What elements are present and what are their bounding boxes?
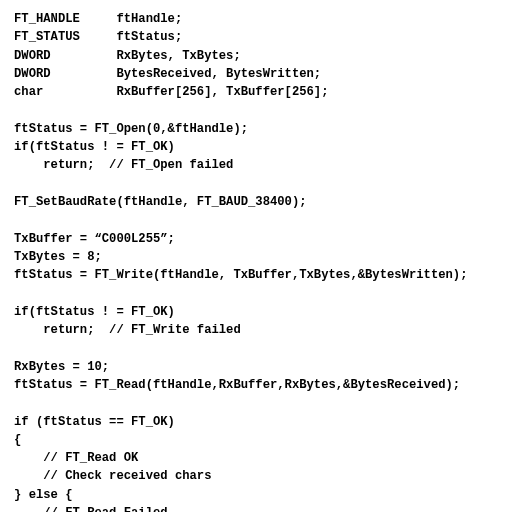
code-block: FT_HANDLE ftHandle; FT_STATUS ftStatus; … — [0, 0, 512, 512]
